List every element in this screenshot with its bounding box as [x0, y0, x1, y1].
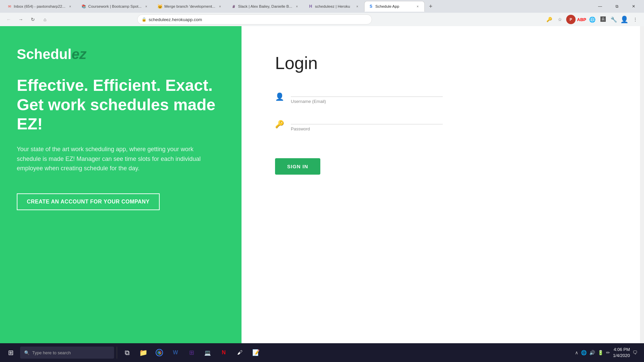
search-input[interactable] — [32, 350, 99, 355]
tab-heroku[interactable]: H scheduleez | Heroku × — [304, 1, 364, 12]
key-icon: 🔑 — [275, 120, 284, 129]
tab-close[interactable]: × — [415, 4, 420, 9]
restore-button[interactable]: ⧉ — [609, 1, 625, 12]
gmail-favicon: ✉ — [7, 4, 12, 9]
vscode-button[interactable]: ⊞ — [184, 345, 199, 360]
word-button[interactable]: W — [168, 345, 183, 360]
forward-button[interactable]: → — [16, 15, 25, 24]
lock-icon: 🔒 — [142, 17, 147, 22]
home-button[interactable]: ⌂ — [40, 15, 50, 24]
chrome-button[interactable] — [152, 345, 167, 360]
password-field-group: 🔑 Password — [275, 114, 443, 131]
system-clock[interactable]: 4:06 PM 1/4/2020 — [613, 347, 630, 359]
taskbar-search[interactable]: 🔍 — [20, 347, 114, 359]
scrollbar-track[interactable] — [640, 26, 644, 343]
tab-title: Merge branch 'development... — [164, 4, 215, 8]
taskbar: ⊞ 🔍 ⧉ 📁 W ⊞ 💻 N 🖌 📝 ∧ 🌐 🔊 🔋 ✏ 4:06 PM 1/… — [0, 343, 644, 362]
tab-close[interactable]: × — [67, 4, 73, 9]
username-field-group: 👤 Username (Email) — [275, 86, 443, 104]
netflix-button[interactable]: N — [216, 345, 231, 360]
username-wrap: Username (Email) — [291, 86, 443, 104]
login-form: Login 👤 Username (Email) 🔑 Password SIGN… — [275, 53, 443, 175]
page-content: Schedulez Effective. Efficient. Exact.Ge… — [0, 26, 644, 343]
description: Your state of the art work scheduling ap… — [17, 144, 211, 173]
username-label: Username (Email) — [291, 99, 443, 104]
address-text: scheduleez.herokuapp.com — [149, 17, 202, 22]
tab-schedule-app[interactable]: S Schedule App × — [364, 1, 425, 12]
sticky-button[interactable]: 📝 — [249, 345, 263, 360]
password-wrap: Password — [291, 114, 443, 131]
tab-title: Schedule App — [375, 4, 413, 8]
profile-avatar[interactable]: P — [566, 15, 576, 24]
tab-close[interactable]: × — [355, 4, 360, 9]
back-button[interactable]: ← — [4, 15, 13, 24]
tagline: Effective. Efficient. Exact.Get work sch… — [17, 76, 225, 134]
extension-icon-3[interactable]: 🔧 — [609, 15, 619, 24]
create-account-button[interactable]: CREATE AN ACCOUNT FOR YOUR COMPANY — [17, 193, 160, 210]
system-tray: ∧ 🌐 🔊 🔋 ✏ 4:06 PM 1/4/2020 🗨 — [575, 347, 641, 359]
password-input[interactable] — [291, 114, 443, 124]
refresh-button[interactable]: ↻ — [28, 15, 38, 24]
extension-icon-1[interactable]: 🌐 — [588, 15, 597, 24]
brand-logo: Schedulez — [17, 46, 225, 62]
window-controls: — ⧉ ✕ — [592, 1, 641, 12]
clock-date: 1/4/2020 — [613, 353, 630, 359]
task-view-button[interactable]: ⧉ — [120, 345, 135, 360]
close-button[interactable]: ✕ — [626, 1, 641, 12]
tab-title: Inbox (654) - paxtonsharp22... — [14, 4, 65, 8]
star-icon[interactable]: ☆ — [555, 15, 565, 24]
password-label: Password — [291, 126, 443, 131]
start-button[interactable]: ⊞ — [3, 345, 19, 361]
address-bar: ← → ↻ ⌂ 🔒 scheduleez.herokuapp.com 🔑 ☆ P… — [0, 13, 644, 26]
taskbar-separator — [117, 347, 117, 359]
username-input[interactable] — [291, 86, 443, 97]
menu-icon[interactable]: ⋮ — [631, 15, 640, 24]
file-explorer-button[interactable]: 📁 — [136, 345, 151, 360]
brand-part2: ez — [71, 46, 86, 62]
tab-close[interactable]: × — [144, 4, 149, 9]
heroku-favicon: H — [308, 4, 313, 9]
terminal-button[interactable]: 💻 — [200, 345, 215, 360]
adblock-icon[interactable]: ABP — [577, 15, 586, 24]
browser-chrome: ✉ Inbox (654) - paxtonsharp22... × 📚 Cou… — [0, 0, 644, 26]
tab-gmail[interactable]: ✉ Inbox (654) - paxtonsharp22... × — [3, 1, 77, 12]
brand-part1: Schedul — [17, 46, 71, 62]
tab-coursework[interactable]: 📚 Coursework | Bootcamp Spot... × — [77, 1, 153, 12]
login-title: Login — [275, 53, 443, 73]
tab-title: Coursework | Bootcamp Spot... — [88, 4, 142, 8]
tab-close[interactable]: × — [217, 4, 223, 9]
search-icon: 🔍 — [24, 350, 30, 355]
slack-favicon: # — [231, 4, 236, 9]
right-panel: Login 👤 Username (Email) 🔑 Password SIGN… — [241, 26, 644, 343]
battery-icon[interactable]: 🔋 — [598, 350, 603, 355]
volume-icon[interactable]: 🔊 — [589, 350, 595, 355]
tab-slack[interactable]: # Slack | Alex Bailey, Danielle B... × — [227, 1, 304, 12]
left-panel: Schedulez Effective. Efficient. Exact.Ge… — [0, 26, 241, 343]
tab-bar: ✉ Inbox (654) - paxtonsharp22... × 📚 Cou… — [0, 0, 644, 13]
coursework-favicon: 📚 — [82, 4, 86, 9]
network-icon[interactable]: 🌐 — [581, 350, 587, 355]
toolbar-right: 🔑 ☆ P ABP 🌐 🅰 🔧 👤 ⋮ — [545, 15, 640, 24]
key-icon[interactable]: 🔑 — [545, 15, 554, 24]
user-icon[interactable]: 👤 — [620, 15, 629, 24]
minimize-button[interactable]: — — [592, 1, 608, 12]
pencil-icon[interactable]: ✏ — [606, 350, 610, 355]
tab-title: scheduleez | Heroku — [315, 4, 353, 8]
new-tab-button[interactable]: + — [426, 2, 435, 11]
address-input-wrap[interactable]: 🔒 scheduleez.herokuapp.com — [137, 14, 372, 24]
paint-button[interactable]: 🖌 — [232, 345, 247, 360]
user-icon: 👤 — [275, 93, 284, 101]
tab-close[interactable]: × — [294, 4, 300, 9]
notifications-button[interactable]: 🗨 — [633, 350, 637, 355]
tab-title: Slack | Alex Bailey, Danielle B... — [238, 4, 292, 8]
svg-point-1 — [158, 352, 160, 354]
tab-github[interactable]: 🐱 Merge branch 'development... × — [153, 1, 227, 12]
show-hidden-tray[interactable]: ∧ — [575, 350, 578, 355]
scheduleapp-favicon: S — [369, 4, 373, 9]
clock-time: 4:06 PM — [613, 347, 630, 353]
sign-in-button[interactable]: SIGN IN — [275, 158, 320, 175]
github-favicon: 🐱 — [158, 4, 162, 9]
extension-icon-2[interactable]: 🅰 — [598, 15, 608, 24]
